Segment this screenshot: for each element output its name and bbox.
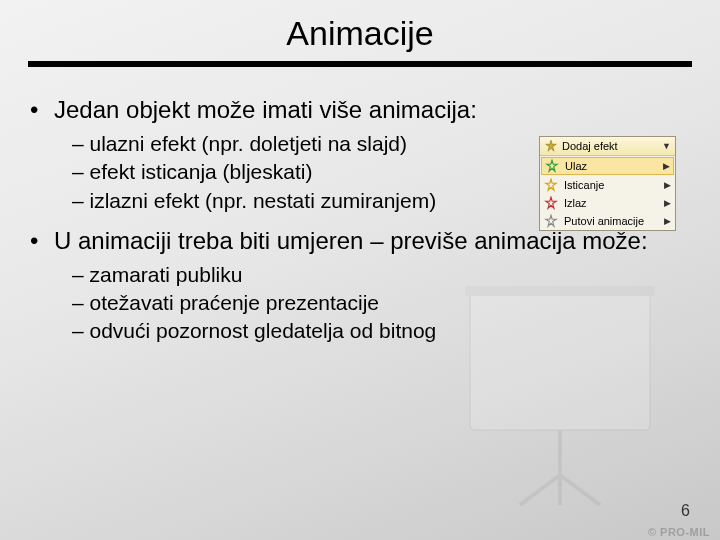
effects-menu[interactable]: Dodaj efekt ▼ Ulaz ▶ Isticanje ▶ bbox=[539, 136, 676, 231]
star-icon bbox=[544, 214, 558, 228]
star-icon bbox=[544, 196, 558, 210]
chevron-right-icon: ▶ bbox=[663, 161, 670, 171]
chevron-right-icon: ▶ bbox=[664, 180, 671, 190]
bullet-dot: • bbox=[30, 95, 54, 125]
slide-number: 6 bbox=[681, 502, 690, 520]
menu-item-label: Ulaz bbox=[565, 160, 659, 172]
title-underline bbox=[28, 61, 692, 67]
svg-marker-9 bbox=[546, 197, 557, 208]
bullet-level1: • Jedan objekt može imati više animacija… bbox=[30, 95, 690, 125]
svg-line-4 bbox=[560, 475, 600, 505]
bullet-text: Jedan objekt može imati više animacija: bbox=[54, 95, 477, 125]
chevron-down-icon: ▼ bbox=[662, 141, 671, 151]
star-icon bbox=[544, 178, 558, 192]
add-effect-icon bbox=[544, 139, 558, 153]
bullet-level2: – zamarati publiku bbox=[72, 262, 690, 288]
menu-item-putovi[interactable]: Putovi animacije ▶ bbox=[540, 212, 675, 230]
svg-marker-7 bbox=[547, 160, 558, 171]
menu-header-label: Dodaj efekt bbox=[562, 140, 658, 152]
svg-marker-10 bbox=[546, 215, 557, 226]
menu-item-ulaz[interactable]: Ulaz ▶ bbox=[541, 157, 674, 175]
svg-line-3 bbox=[520, 475, 560, 505]
bullet-level2: – otežavati praćenje prezentacije bbox=[72, 290, 690, 316]
chevron-right-icon: ▶ bbox=[664, 198, 671, 208]
slide: Animacije • Jedan objekt može imati više… bbox=[0, 0, 720, 540]
menu-item-izlaz[interactable]: Izlaz ▶ bbox=[540, 194, 675, 212]
menu-header[interactable]: Dodaj efekt ▼ bbox=[540, 137, 675, 156]
menu-item-isticanje[interactable]: Isticanje ▶ bbox=[540, 176, 675, 194]
svg-marker-6 bbox=[546, 140, 557, 151]
menu-item-label: Izlaz bbox=[564, 197, 660, 209]
watermark: © PRO-MIL bbox=[648, 526, 710, 538]
bullet-dot: • bbox=[30, 226, 54, 256]
menu-item-label: Putovi animacije bbox=[564, 215, 660, 227]
slide-title: Animacije bbox=[0, 0, 720, 53]
menu-item-label: Isticanje bbox=[564, 179, 660, 191]
bullet-level2: – odvući pozornost gledatelja od bitnog bbox=[72, 318, 690, 344]
svg-marker-8 bbox=[546, 179, 557, 190]
star-icon bbox=[545, 159, 559, 173]
chevron-right-icon: ▶ bbox=[664, 216, 671, 226]
